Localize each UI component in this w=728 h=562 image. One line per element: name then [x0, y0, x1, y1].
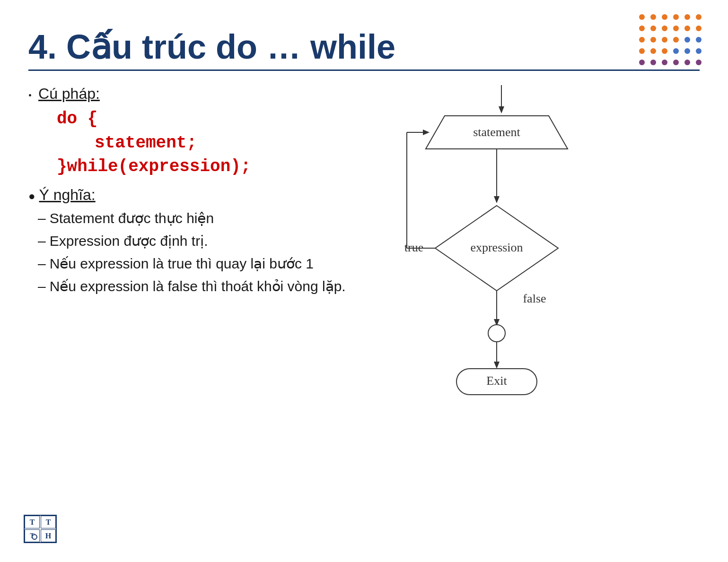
decoration-dot-1	[650, 14, 656, 20]
dash-1: –	[38, 208, 46, 228]
title-underline	[28, 69, 700, 71]
logo: T T T H	[24, 515, 61, 548]
decoration-dot-10	[684, 26, 690, 31]
decoration-dot-9	[673, 26, 679, 31]
decoration-dot-18	[639, 48, 645, 54]
syntax-label: Cú pháp:	[38, 85, 100, 103]
decoration-dot-3	[673, 14, 679, 20]
svg-point-12	[488, 325, 505, 342]
bullet-dot-1: •	[28, 90, 32, 101]
right-content: statement expression true false	[378, 85, 624, 402]
svg-marker-4	[494, 196, 500, 203]
decoration-dot-13	[650, 37, 656, 43]
flowchart-svg: statement expression true false	[388, 80, 615, 402]
decoration-dot-16	[684, 37, 690, 43]
decoration-dot-19	[650, 48, 656, 54]
decoration-dot-28	[684, 60, 690, 65]
decoration-dot-20	[662, 48, 667, 54]
decoration-dot-7	[650, 26, 656, 31]
decoration-dot-27	[673, 60, 679, 65]
decoration-dot-6	[639, 26, 645, 31]
dots-decoration	[639, 14, 704, 68]
dash-text-4: Nếu expression là false thì thoát khỏi v…	[50, 277, 346, 296]
dash-text-2: Expression được định trị.	[50, 231, 208, 251]
slide-title: 4. Cấu trúc do … while	[28, 28, 700, 66]
logo-cell-2: T	[41, 516, 56, 528]
left-content: • Cú pháp: do { statement; }while(expres…	[28, 85, 360, 402]
decoration-dot-14	[662, 37, 667, 43]
logo-cell-4: H	[41, 529, 56, 542]
dash-3: –	[38, 254, 46, 274]
dash-2: –	[38, 231, 46, 251]
dash-item-1: – Statement được thực hiện	[38, 208, 360, 228]
meaning-section: ● Ý nghĩa:	[28, 186, 360, 204]
dash-item-2: – Expression được định trị.	[38, 231, 360, 251]
dash-text-1: Statement được thực hiện	[50, 208, 214, 228]
false-label: false	[523, 292, 546, 305]
decoration-dot-25	[650, 60, 656, 65]
decoration-dot-21	[673, 48, 679, 54]
title-section: 4. Cấu trúc do … while	[28, 28, 700, 71]
exit-label: Exit	[486, 374, 507, 388]
decoration-dot-4	[684, 14, 690, 20]
code-line-1: do {	[57, 107, 360, 131]
decoration-dot-11	[696, 26, 702, 31]
decoration-dot-22	[684, 48, 690, 54]
decoration-dot-29	[696, 60, 702, 65]
decoration-dot-5	[696, 14, 702, 20]
decoration-dot-26	[662, 60, 667, 65]
svg-marker-1	[499, 106, 504, 113]
decoration-dot-17	[696, 37, 702, 43]
dash-4: –	[38, 277, 46, 296]
decoration-dot-8	[662, 26, 667, 31]
dash-item-3: – Nếu expression là true thì quay lại bư…	[38, 254, 360, 274]
decoration-dot-23	[696, 48, 702, 54]
code-line-2: statement;	[95, 131, 360, 155]
svg-marker-14	[494, 362, 500, 369]
decoration-dot-24	[639, 60, 645, 65]
statement-label: statement	[473, 125, 520, 139]
filled-bullet-dot: ●	[28, 190, 35, 203]
expression-label: expression	[470, 241, 523, 254]
decoration-dot-15	[673, 37, 679, 43]
decoration-dot-2	[662, 14, 667, 20]
svg-marker-9	[423, 130, 430, 135]
slide: 4. Cấu trúc do … while • Cú pháp: do { s…	[0, 0, 728, 562]
dash-item-4: – Nếu expression là false thì thoát khỏi…	[38, 277, 360, 296]
meaning-label: Ý nghĩa:	[39, 186, 96, 204]
logo-cell-1: T	[25, 516, 40, 528]
dash-text-3: Nếu expression là true thì quay lại bước…	[50, 254, 314, 274]
content-area: • Cú pháp: do { statement; }while(expres…	[28, 85, 700, 402]
decoration-dot-0	[639, 14, 645, 20]
decoration-dot-12	[639, 37, 645, 43]
code-block: do { statement; }while(expression);	[57, 107, 360, 179]
code-line-3: }while(expression);	[57, 155, 360, 179]
logo-cell-3: T	[25, 529, 40, 542]
syntax-section: • Cú pháp:	[28, 85, 360, 103]
logo-grid: T T T H	[24, 515, 57, 543]
